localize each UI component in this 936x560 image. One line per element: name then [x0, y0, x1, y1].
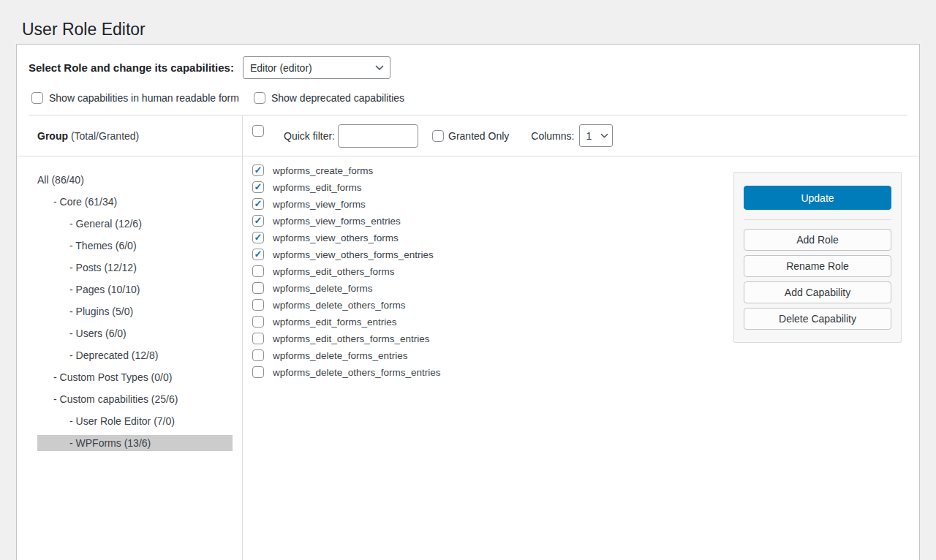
add-capability-button[interactable]: Add Capability	[744, 281, 891, 303]
group-panel-header: Group (Total/Granted)	[17, 116, 242, 156]
tree-item[interactable]: - Themes (6/0)	[37, 238, 233, 254]
capability-checkbox[interactable]	[252, 265, 264, 277]
capability-checkbox[interactable]	[252, 181, 264, 193]
capabilities-area: wpforms_create_formswpforms_edit_formswp…	[243, 156, 919, 560]
capability-label: wpforms_view_forms	[273, 199, 366, 210]
human-readable-label[interactable]: Show capabilities in human readable form	[49, 92, 239, 104]
tree-item[interactable]: - Deprecated (12/8)	[37, 347, 233, 363]
capability-label: wpforms_delete_others_forms	[273, 300, 406, 311]
capability-label: wpforms_edit_forms_entries	[273, 317, 397, 328]
capability-label: wpforms_create_forms	[273, 165, 373, 176]
actions-panel: Update Add Role Rename Role Add Capabili…	[733, 172, 902, 343]
tree-item[interactable]: - Posts (12/12)	[37, 260, 233, 276]
capability-checkbox[interactable]	[252, 249, 264, 260]
tree-item[interactable]: - General (12/6)	[37, 216, 233, 232]
actions-divider	[744, 219, 891, 220]
page-title: User Role Editor	[0, 0, 936, 41]
capability-checkbox[interactable]	[252, 215, 264, 227]
add-role-button[interactable]: Add Role	[744, 229, 891, 251]
capability-checkbox[interactable]	[252, 198, 264, 210]
capability-row: wpforms_delete_others_forms_entries	[252, 366, 919, 378]
columns-select[interactable]: 1	[579, 124, 613, 147]
capability-label: wpforms_edit_others_forms	[273, 266, 395, 277]
quick-filter-input[interactable]	[338, 124, 418, 148]
tree-item[interactable]: - Plugins (5/0)	[37, 303, 233, 319]
human-readable-checkbox[interactable]	[31, 92, 43, 104]
capability-label: wpforms_view_others_forms_entries	[273, 249, 434, 260]
capability-row: wpforms_delete_forms_entries	[252, 349, 919, 361]
capability-checkbox[interactable]	[252, 232, 264, 243]
deprecated-label[interactable]: Show deprecated capabilities	[271, 92, 404, 104]
granted-only-checkbox[interactable]	[432, 130, 444, 142]
quick-filter-label: Quick filter:	[284, 130, 335, 142]
tree-item[interactable]: - WPForms (13/6)	[37, 435, 233, 451]
filter-bar: Quick filter: Granted Only Columns: 1	[243, 116, 919, 156]
display-options-row: Show capabilities in human readable form…	[17, 79, 919, 104]
group-header-title: Group	[37, 130, 68, 142]
role-select[interactable]: Editor (editor)	[243, 56, 390, 79]
capability-checkbox[interactable]	[252, 299, 264, 311]
capability-label: wpforms_delete_forms_entries	[273, 350, 408, 361]
user-role-editor-panel: Select Role and change its capabilities:…	[16, 44, 920, 560]
capability-checkbox[interactable]	[252, 366, 264, 378]
group-header-suffix: (Total/Granted)	[68, 130, 139, 142]
role-selector-row: Select Role and change its capabilities:…	[17, 45, 919, 79]
tree-item[interactable]: - User Role Editor (7/0)	[37, 413, 233, 429]
deprecated-checkbox[interactable]	[254, 92, 265, 104]
tree-item[interactable]: All (86/40)	[37, 172, 233, 188]
capability-checkbox[interactable]	[252, 316, 264, 328]
delete-capability-button[interactable]: Delete Capability	[744, 308, 891, 330]
select-all-checkbox[interactable]	[252, 125, 264, 137]
capability-checkbox[interactable]	[252, 349, 264, 361]
rename-role-button[interactable]: Rename Role	[744, 255, 891, 277]
capability-label: wpforms_edit_others_forms_entries	[273, 333, 430, 344]
granted-only-label[interactable]: Granted Only	[448, 130, 509, 142]
capability-label: wpforms_edit_forms	[273, 182, 362, 193]
tree-item[interactable]: - Custom capabilities (25/6)	[37, 391, 233, 407]
group-tree: All (86/40)- Core (61/34)- General (12/6…	[17, 156, 242, 451]
capability-label: wpforms_view_forms_entries	[273, 216, 401, 227]
update-button[interactable]: Update	[744, 186, 891, 210]
role-selector-label: Select Role and change its capabilities:	[29, 61, 234, 74]
capability-checkbox[interactable]	[252, 282, 264, 294]
columns-label: Columns:	[531, 130, 574, 142]
capability-label: wpforms_delete_others_forms_entries	[273, 367, 441, 378]
group-panel: Group (Total/Granted) All (86/40)- Core …	[17, 116, 243, 560]
capability-label: wpforms_view_others_forms	[273, 232, 399, 243]
capability-checkbox[interactable]	[252, 164, 264, 176]
capability-checkbox[interactable]	[252, 333, 264, 344]
tree-item[interactable]: - Pages (10/10)	[37, 281, 233, 298]
capabilities-panel: Quick filter: Granted Only Columns: 1 wp…	[243, 116, 919, 560]
tree-item[interactable]: - Core (61/34)	[37, 194, 233, 210]
capability-label: wpforms_delete_forms	[273, 283, 373, 294]
tree-item[interactable]: - Custom Post Types (0/0)	[37, 369, 233, 385]
tree-item[interactable]: - Users (6/0)	[37, 325, 233, 341]
